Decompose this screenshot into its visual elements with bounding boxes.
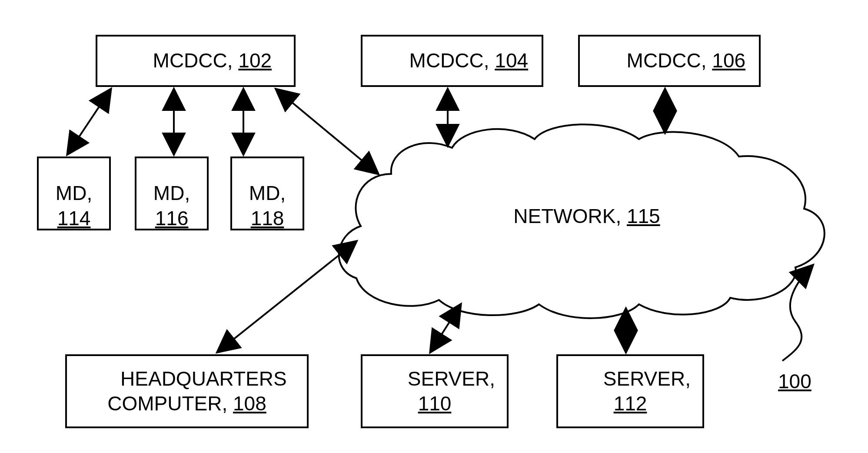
- node-mcdcc-106: MCDCC, 106: [578, 35, 761, 87]
- node-label: SERVER,110: [374, 341, 495, 441]
- node-mcdcc-104: MCDCC, 104: [361, 35, 543, 87]
- diagram-canvas: MCDCC, 102 MCDCC, 104 MCDCC, 106 MD,114 …: [0, 0, 868, 453]
- node-label: HEADQUARTERSCOMPUTER, 108: [87, 341, 286, 441]
- node-md-114: MD,114: [37, 157, 111, 230]
- edge-hq-network: [217, 241, 356, 352]
- node-label: MCDCC, 102: [120, 23, 272, 99]
- node-hq: HEADQUARTERSCOMPUTER, 108: [65, 354, 309, 428]
- node-label: MD,114: [47, 131, 100, 256]
- figure-reference: 100: [778, 370, 811, 393]
- node-label: MD,116: [145, 131, 198, 256]
- node-md-116: MD,116: [135, 157, 209, 230]
- node-network: NETWORK, 115: [478, 204, 695, 228]
- node-md-118: MD,118: [230, 157, 304, 230]
- node-label: MCDCC, 104: [376, 23, 528, 99]
- node-label: MCDCC, 106: [593, 23, 745, 99]
- node-label: SERVER,112: [570, 341, 691, 441]
- figure-ref-pointer: [782, 265, 813, 361]
- node-mcdcc-102: MCDCC, 102: [96, 35, 296, 87]
- node-server-112: SERVER,112: [556, 354, 704, 428]
- node-server-110: SERVER,110: [361, 354, 509, 428]
- node-label: MD,118: [241, 131, 294, 256]
